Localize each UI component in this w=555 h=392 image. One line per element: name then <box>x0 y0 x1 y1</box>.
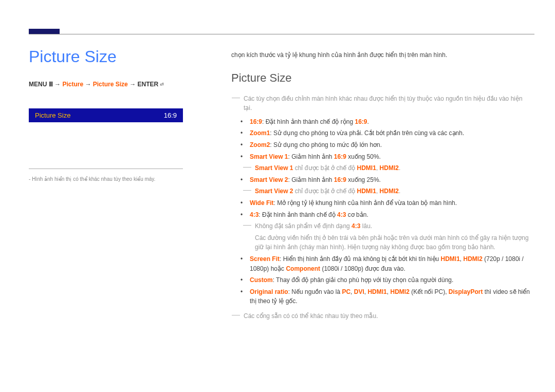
left-column: Picture Size MENU Ⅲ → Picture → Picture … <box>29 47 198 182</box>
option-key: Screen Fit <box>250 255 280 263</box>
option-text: : Đặt hình ảnh thành chế độ rộng <box>262 118 355 125</box>
bullet-icon: • <box>240 287 245 306</box>
top-note: ― Các tùy chọn điều chỉnh màn hình khác … <box>231 94 532 113</box>
breadcrumb-enter: ENTER <box>137 81 158 88</box>
option-text: : Giảm hình ảnh <box>288 176 334 183</box>
option-zoom1: • Zoom1: Sử dụng cho phóng to vừa phải. … <box>240 128 532 138</box>
option-hi: HDMI2 <box>390 288 409 295</box>
subnote-hi: HDMI2 <box>380 188 399 195</box>
subnote-43-a: ― Không đặt sản phẩm về định dạng 4:3 lâ… <box>243 221 532 231</box>
subnote-plain: . <box>399 188 400 195</box>
bottom-note: ― Các cổng sẵn có có thể khác nhau tùy t… <box>231 311 532 321</box>
subnote-43-b: ― Các đường viền hiển thị ở bên trái và … <box>243 233 532 252</box>
option-body: Screen Fit: Hiển thị hình ảnh đầy đủ mà … <box>250 254 532 273</box>
bullet-icon: • <box>240 117 245 127</box>
osd-menu-label: Picture Size <box>35 111 70 119</box>
subnote-hi: HDMI2 <box>380 164 399 172</box>
subnote-plain: , <box>376 188 380 195</box>
subnote-sv2: ― Smart View 2 chỉ được bật ở chế độ HDM… <box>243 186 532 196</box>
option-hi: 4:3 <box>337 211 346 218</box>
breadcrumb-arrow-2: → <box>85 81 92 88</box>
dash-icon: ― <box>243 221 252 231</box>
option-smart-view-2: • Smart View 2: Giảm hình ảnh 16:9 xuống… <box>240 175 532 185</box>
bullet-icon: • <box>240 128 245 138</box>
option-hi: 16:9 <box>355 118 367 125</box>
option-text: , <box>350 288 354 295</box>
option-key: 16:9 <box>250 118 262 125</box>
subnote-plain: , <box>376 164 380 172</box>
option-text: cơ bản. <box>346 211 368 218</box>
option-text: : Sử dụng cho phóng to vừa phải. Cắt bớt… <box>270 129 464 137</box>
breadcrumb-picture: Picture <box>62 81 83 88</box>
options-list: • 16:9: Đặt hình ảnh thành chế độ rộng 1… <box>240 117 532 321</box>
subnote-hi: 4:3 <box>351 222 360 230</box>
option-text: , <box>460 255 464 263</box>
dash-icon: ― <box>243 186 252 196</box>
option-original-ratio: • Original ratio: Nếu nguồn vào là PC, D… <box>240 287 532 306</box>
option-zoom2: • Zoom2: Sử dụng cho phóng to mức độ lớn… <box>240 140 532 150</box>
option-body: Zoom1: Sử dụng cho phóng to vừa phải. Cắ… <box>250 128 532 138</box>
top-note-text: Các tùy chọn điều chỉnh màn hình khác nh… <box>244 94 532 113</box>
bullet-icon: • <box>240 210 245 220</box>
subnote-hi: HDMI1 <box>357 188 376 195</box>
option-text: : Đặt hình ảnh thành chế độ <box>258 211 337 218</box>
option-text: xuống 25%. <box>346 176 381 183</box>
osd-menu-value: 16:9 <box>164 111 177 119</box>
page-title: Picture Size <box>29 47 198 66</box>
bullet-icon: • <box>240 275 245 285</box>
option-text: xuống 50%. <box>346 153 381 160</box>
menu-icon: Ⅲ <box>49 81 53 88</box>
option-hi: HDMI2 <box>464 255 483 263</box>
left-divider <box>29 169 183 169</box>
bullet-icon: • <box>240 198 245 208</box>
bullet-icon: • <box>240 140 245 150</box>
option-key: Smart View 1 <box>250 153 288 160</box>
option-text: : Hiển thị hình ảnh đầy đủ mà không bị c… <box>280 255 440 263</box>
option-text: . <box>367 118 369 125</box>
osd-menu-row: Picture Size 16:9 <box>29 108 183 122</box>
option-text: : Thay đổi độ phân giải cho phù hợp với … <box>273 276 454 284</box>
subnote-plain: chỉ được bật ở chế độ <box>293 188 357 195</box>
option-body: Wide Fit: Mở rộng tỷ lệ khung hình của h… <box>250 198 532 208</box>
left-footnote: - Hình ảnh hiển thị có thể khác nhau tùy… <box>29 176 198 182</box>
option-body: Custom: Thay đổi độ phân giải cho phù hợ… <box>250 275 532 285</box>
option-hi: DisplayPort <box>449 288 483 295</box>
bullet-icon: • <box>240 254 245 273</box>
dash-icon: ― <box>231 94 240 113</box>
intro-text: chọn kích thước và tỷ lệ khung hình của … <box>231 50 532 60</box>
option-body: Zoom2: Sử dụng cho phóng to mức độ lớn h… <box>250 140 532 150</box>
option-text: : Nếu nguồn vào là <box>288 288 342 295</box>
option-body: 16:9: Đặt hình ảnh thành chế độ rộng 16:… <box>250 117 532 127</box>
option-key: Zoom1 <box>250 129 270 137</box>
dash-icon: ― <box>231 311 240 321</box>
option-body: Smart View 1: Giảm hình ảnh 16:9 xuống 5… <box>250 152 532 162</box>
option-key: Smart View 2 <box>250 176 288 183</box>
left-footnote-dash: - <box>29 176 30 182</box>
breadcrumb-arrow-3: → <box>130 81 137 88</box>
dash-icon: ― <box>243 163 252 173</box>
subnote-text: Smart View 2 chỉ được bật ở chế độ HDMI1… <box>255 186 532 196</box>
option-key: Original ratio <box>250 288 288 295</box>
subnote-text: Smart View 1 chỉ được bật ở chế độ HDMI1… <box>255 163 532 173</box>
option-4-3: • 4:3: Đặt hình ảnh thành chế độ 4:3 cơ … <box>240 210 532 220</box>
option-smart-view-1: • Smart View 1: Giảm hình ảnh 16:9 xuống… <box>240 152 532 162</box>
option-hi: DVI <box>354 288 364 295</box>
option-hi: Component <box>286 265 320 272</box>
subnote-hi: Smart View 1 <box>255 164 293 172</box>
option-text: : Giảm hình ảnh <box>288 153 334 160</box>
option-key: 4:3 <box>250 211 258 218</box>
option-key: Wide Fit <box>250 199 274 207</box>
left-footnote-text: Hình ảnh hiển thị có thể khác nhau tùy t… <box>32 176 155 182</box>
option-screen-fit: • Screen Fit: Hiển thị hình ảnh đầy đủ m… <box>240 254 532 273</box>
breadcrumb-picture-size: Picture Size <box>93 81 128 88</box>
option-hi: HDMI1 <box>367 288 386 295</box>
option-text: (Kết nối PC), <box>410 288 449 295</box>
option-body: Original ratio: Nếu nguồn vào là PC, DVI… <box>250 287 532 306</box>
option-text: (1080i / 1080p) được đưa vào. <box>320 265 405 272</box>
breadcrumb: MENU Ⅲ → Picture → Picture Size → ENTER … <box>29 81 198 88</box>
subnote-plain: chỉ được bật ở chế độ <box>293 164 357 172</box>
option-16-9: • 16:9: Đặt hình ảnh thành chế độ rộng 1… <box>240 117 532 127</box>
subnote-sv1: ― Smart View 1 chỉ được bật ở chế độ HDM… <box>243 163 532 173</box>
breadcrumb-arrow-1: → <box>54 81 62 88</box>
option-text: : Mở rộng tỷ lệ khung hình của hình ảnh … <box>274 199 457 207</box>
